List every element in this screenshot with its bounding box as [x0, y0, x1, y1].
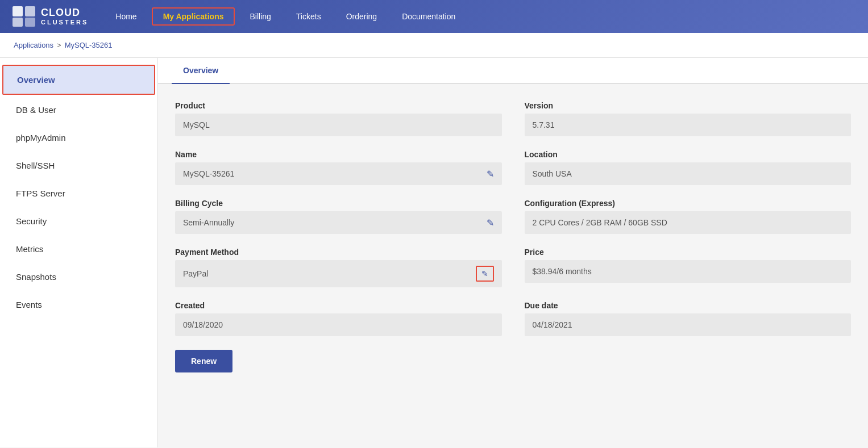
overview-content: Product MySQL Version 5.7.31 Name: [158, 84, 868, 390]
nav-my-applications[interactable]: My Applications: [152, 7, 235, 26]
nav-tickets[interactable]: Tickets: [286, 9, 331, 24]
name-label: Name: [175, 150, 502, 159]
form-grid: Product MySQL Version 5.7.31 Name: [175, 101, 851, 336]
brand-clusters: CLUSTERS: [41, 19, 88, 26]
renew-button[interactable]: Renew: [175, 350, 232, 372]
field-billing-cycle: Billing Cycle Semi-Annually ✎: [175, 199, 502, 234]
field-product: Product MySQL: [175, 101, 502, 136]
billing-value: Semi-Annually ✎: [175, 211, 502, 234]
config-label: Configuration (Express): [525, 199, 852, 208]
sidebar-item-events[interactable]: Events: [0, 291, 157, 319]
field-due-date: Due date 04/18/2021: [525, 301, 852, 336]
sidebar-item-overview[interactable]: Overview: [2, 65, 155, 95]
sidebar-item-snapshots[interactable]: Snapshots: [0, 263, 157, 291]
sidebar-item-security[interactable]: Security: [0, 207, 157, 235]
name-value: MySQL-35261 ✎: [175, 162, 502, 185]
version-value: 5.7.31: [525, 114, 852, 136]
breadcrumb-current[interactable]: MySQL-35261: [65, 41, 113, 49]
location-value: South USA: [525, 162, 852, 185]
duedate-value: 04/18/2021: [525, 313, 852, 336]
created-label: Created: [175, 301, 502, 310]
config-value: 2 CPU Cores / 2GB RAM / 60GB SSD: [525, 211, 852, 234]
location-label: Location: [525, 150, 852, 159]
field-created: Created 09/18/2020: [175, 301, 502, 336]
nav-documentation[interactable]: Documentation: [392, 9, 466, 24]
sidebar: Overview DB & User phpMyAdmin Shell/SSH …: [0, 58, 158, 447]
sidebar-item-ftps-server[interactable]: FTPS Server: [0, 179, 157, 207]
price-value: $38.94/6 months: [525, 260, 852, 283]
breadcrumb-root[interactable]: Applications: [14, 41, 53, 49]
svg-rect-3: [25, 18, 35, 27]
tab-bar: Overview: [158, 58, 868, 84]
field-price: Price $38.94/6 months: [525, 248, 852, 287]
product-label: Product: [175, 101, 502, 110]
breadcrumb-separator: >: [57, 41, 61, 49]
nav-home[interactable]: Home: [105, 9, 147, 24]
breadcrumb: Applications > MySQL-35261: [0, 33, 868, 58]
version-label: Version: [525, 101, 852, 110]
nav-ordering[interactable]: Ordering: [336, 9, 387, 24]
sidebar-item-metrics[interactable]: Metrics: [0, 235, 157, 263]
sidebar-item-phpmyadmin[interactable]: phpMyAdmin: [0, 124, 157, 152]
product-value: MySQL: [175, 114, 502, 136]
payment-edit-icon[interactable]: ✎: [476, 266, 494, 282]
svg-rect-0: [13, 6, 23, 16]
billing-label: Billing Cycle: [175, 199, 502, 208]
sidebar-item-shell-ssh[interactable]: Shell/SSH: [0, 152, 157, 179]
field-name: Name MySQL-35261 ✎: [175, 150, 502, 185]
svg-rect-2: [13, 18, 23, 27]
billing-edit-icon[interactable]: ✎: [487, 217, 494, 228]
top-navigation: CLOUD CLUSTERS Home My Applications Bill…: [0, 0, 868, 33]
sidebar-item-db-user[interactable]: DB & User: [0, 96, 157, 124]
nav-billing[interactable]: Billing: [239, 9, 281, 24]
main-content: Overview Product MySQL Version 5.7.31: [158, 58, 868, 447]
field-version: Version 5.7.31: [525, 101, 852, 136]
created-value: 09/18/2020: [175, 313, 502, 336]
price-label: Price: [525, 248, 852, 257]
page-layout: Overview DB & User phpMyAdmin Shell/SSH …: [0, 58, 868, 447]
brand-logo[interactable]: CLOUD CLUSTERS: [11, 5, 88, 28]
field-configuration: Configuration (Express) 2 CPU Cores / 2G…: [525, 199, 852, 234]
payment-value: PayPal ✎: [175, 260, 502, 287]
payment-label: Payment Method: [175, 248, 502, 257]
field-location: Location South USA: [525, 150, 852, 185]
field-payment-method: Payment Method PayPal ✎: [175, 248, 502, 287]
brand-cloud: CLOUD: [41, 7, 88, 19]
tab-overview[interactable]: Overview: [172, 58, 230, 84]
name-edit-icon[interactable]: ✎: [487, 169, 494, 179]
duedate-label: Due date: [525, 301, 852, 310]
main-nav: Home My Applications Billing Tickets Ord…: [105, 7, 466, 26]
svg-rect-1: [25, 6, 35, 16]
